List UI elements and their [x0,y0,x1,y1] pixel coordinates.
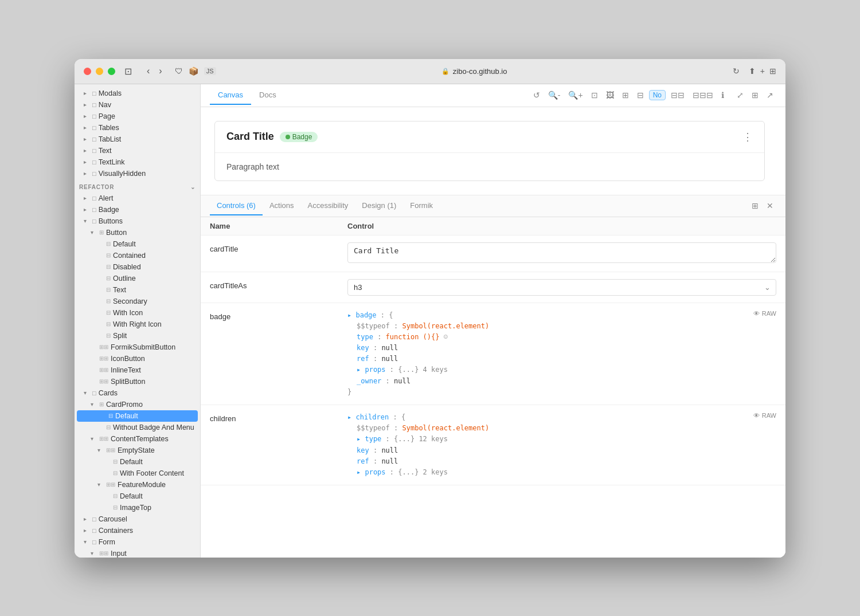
toolbar-zoom-in-btn[interactable]: 🔍+ [565,89,585,101]
sidebar-item-visuallyhidden[interactable]: ▸ □ VisuallyHidden [75,168,200,179]
sidebar-item-alert[interactable]: ▸ □ Alert [75,193,200,204]
sidebar-item-featuremodule[interactable]: ▾ ⊞⊞ FeatureModule [75,479,200,491]
close-button[interactable] [84,68,91,75]
sidebar-item-buttons[interactable]: ▾ □ Buttons [75,215,200,227]
control-row-cardtitleas: cardTitleAs h3 h1 h2 h4 h5 h6 [201,272,785,303]
sidebar-item-inlinetext[interactable]: ▸ ⊞⊞ InlineText [75,364,200,376]
sidebar-item-page[interactable]: ▸ □ Page [75,111,200,122]
sidebar-item-emptystate[interactable]: ▾ ⊞⊞ EmptyState [75,445,200,456]
sidebar-item-cardpromo-default[interactable]: ▸ ⊟ Default [77,410,198,422]
nav-controls: ‹ › [143,65,166,77]
toolbar-fullscreen-btn[interactable]: ⤢ [734,89,746,101]
sidebar-toggle-button[interactable]: ⊡ [124,66,132,77]
sidebar-item-textlink[interactable]: ▸ □ TextLink [75,156,200,168]
control-name-cardtitle: cardTitle [210,242,347,253]
children-raw-button[interactable]: 👁 RAW [753,412,776,419]
lock-icon: 🔒 [441,68,449,75]
tab-canvas[interactable]: Canvas [210,86,251,105]
sidebar-item-button-withicon[interactable]: ▸ ⊟ With Icon [75,307,200,319]
toolbar-link-btn[interactable]: ⊞ [749,89,761,101]
sidebar-item-button-split[interactable]: ▸ ⊟ Split [75,330,200,342]
new-tab-button[interactable]: + [760,66,765,76]
sidebar-item-label: Button [106,229,127,237]
folder-icon: □ [92,101,96,108]
component-icon: ⊞⊞ [99,378,108,384]
share-button[interactable]: ⬆ [749,66,756,76]
sidebar-item-label: InlineText [111,366,141,374]
control-name-children: children [210,412,347,423]
controls-view-toggle[interactable]: ⊞ [749,199,761,212]
sidebar-item-button-disabled[interactable]: ▸ ⊟ Disabled [75,261,200,273]
sidebar-item-label: With Right Icon [113,320,162,328]
sidebar-item-containers[interactable]: ▸ □ Containers [75,525,200,536]
ctrl-tab-accessibility[interactable]: Accessibility [301,197,355,215]
control-value-badge: 👁 RAW ▸ badge : { $$typeof : Symbol(reac… [347,310,776,398]
sidebar-item-button-text[interactable]: ▸ ⊟ Text [75,284,200,296]
sidebar-item-formiksubmit[interactable]: ▸ ⊞⊞ FormikSubmitButton [75,342,200,353]
sidebar-item-tablist[interactable]: ▸ □ TabList [75,134,200,145]
toolbar-panel-btn[interactable]: ⊟ [634,89,647,101]
component-icon: ⊞⊞ [99,367,108,373]
toolbar-img-btn[interactable]: 🖼 [603,89,617,101]
eye-icon: 👁 [753,310,760,317]
sidebar-item-label: Without Badge And Menu [113,423,194,431]
card-menu-button[interactable]: ⋮ [742,131,753,143]
sidebar-item-button[interactable]: ▾ ⊞ Button [75,227,200,238]
controls-tab-toolbar: ⊞ ✕ [749,199,776,212]
back-button[interactable]: ‹ [143,65,153,77]
sidebar-item-button-withrighticon[interactable]: ▸ ⊟ With Right Icon [75,319,200,330]
ctrl-tab-formik[interactable]: Formik [403,197,440,215]
component-icon: ⊞⊞ [99,355,108,362]
badge-code-line-1: ▸ badge : { [347,310,742,321]
controls-tabs-left: Controls (6) Actions Accessibility Desig… [210,197,440,215]
cardtitleas-select[interactable]: h3 h1 h2 h4 h5 h6 [347,279,776,296]
toolbar-reset-btn[interactable]: ↺ [530,89,543,101]
sidebar-item-label: With Footer Content [120,469,184,477]
toolbar-info-btn[interactable]: ℹ [718,89,727,101]
sidebar-item-withfooter[interactable]: ▸ ⊟ With Footer Content [75,468,200,479]
folder-icon: □ [92,159,96,166]
sidebar-item-emptystate-default[interactable]: ▸ ⊟ Default [75,456,200,468]
sidebar-item-iconbutton[interactable]: ▸ ⊞⊞ IconButton [75,353,200,364]
minimize-button[interactable] [96,68,103,75]
component-icon: ⊞⊞ [99,550,108,556]
toolbar-zoom-out-btn[interactable]: 🔍- [545,89,564,101]
toolbar-fit-btn[interactable]: ⊡ [588,89,601,101]
sidebar-item-modals[interactable]: ▸ □ Modals [75,88,200,99]
browser-toolbar: ⬆ + ⊞ [749,66,776,76]
sidebar-item-input[interactable]: ▾ ⊞⊞ Input [75,548,200,558]
toolbar-grid-btn[interactable]: ⊞ [619,89,632,101]
sidebar-item-contenttemplates[interactable]: ▾ ⊞⊞ ContentTemplates [75,433,200,445]
sidebar-item-featuremodule-default[interactable]: ▸ ⊟ Default [75,491,200,502]
forward-button[interactable]: › [155,65,165,77]
toolbar-external-btn[interactable]: ↗ [764,89,776,101]
tab-docs[interactable]: Docs [251,86,284,105]
badge-raw-button[interactable]: 👁 RAW [753,310,776,317]
sidebar-item-splitbutton[interactable]: ▸ ⊞⊞ SplitButton [75,376,200,387]
sidebar-item-badge[interactable]: ▸ □ Badge [75,204,200,215]
toolbar-cols-btn[interactable]: ⊟⊟⊟ [690,89,716,101]
sidebar-item-cardpromo[interactable]: ▾ ⊞ CardPromo [75,399,200,410]
sidebar-item-button-contained[interactable]: ▸ ⊟ Contained [75,250,200,261]
ctrl-tab-actions[interactable]: Actions [263,197,301,215]
ctrl-tab-design[interactable]: Design (1) [355,197,403,215]
controls-close-btn[interactable]: ✕ [764,199,776,212]
sidebar-item-button-default[interactable]: ▸ ⊟ Default [75,238,200,250]
sidebar-item-button-outline[interactable]: ▸ ⊟ Outline [75,273,200,284]
ctrl-tab-controls[interactable]: Controls (6) [210,197,263,215]
maximize-button[interactable] [108,68,115,75]
sidebar-item-withoutbadge[interactable]: ▸ ⊟ Without Badge And Menu [75,422,200,433]
sidebar-item-cards[interactable]: ▾ □ Cards [75,387,200,399]
card-title-row: Card Title Badge [226,131,318,143]
sidebar-item-text[interactable]: ▸ □ Text [75,145,200,156]
sidebar-item-tables[interactable]: ▸ □ Tables [75,122,200,134]
cardtitle-input[interactable]: Card Title [347,242,776,263]
sidebar-item-form[interactable]: ▾ □ Form [75,536,200,548]
sidebar-item-button-secondary[interactable]: ▸ ⊟ Secondary [75,296,200,307]
sidebar-item-imagetop[interactable]: ▸ ⊟ ImageTop [75,502,200,513]
section-collapse-btn[interactable]: ⌄ [190,184,196,190]
sidebar-item-carousel[interactable]: ▸ □ Carousel [75,513,200,525]
toolbar-table-btn[interactable]: ⊟⊟ [668,89,687,101]
sidebar-item-nav[interactable]: ▸ □ Nav [75,99,200,111]
tabs-button[interactable]: ⊞ [769,66,776,76]
